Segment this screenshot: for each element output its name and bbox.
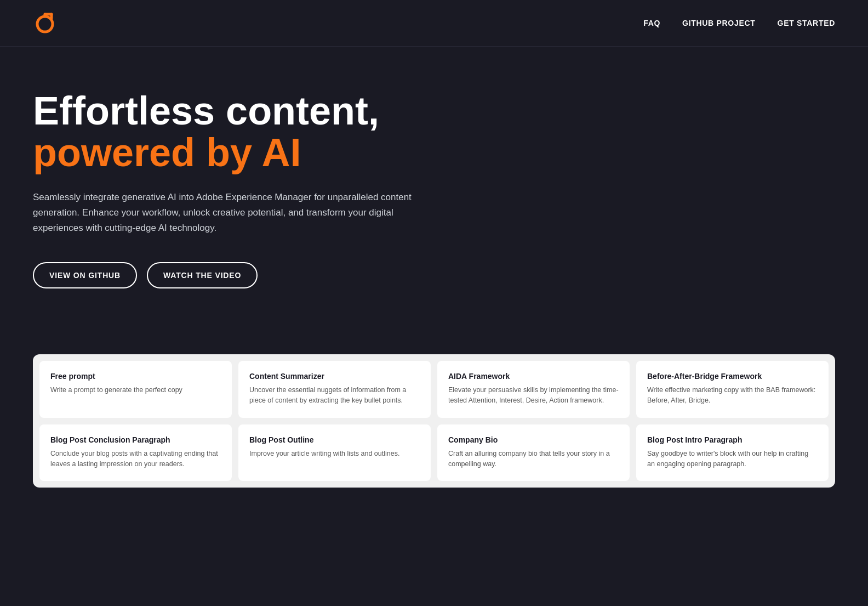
card-description: Write effective marketing copy with the … — [647, 385, 818, 406]
hero-title: Effortless content, powered by AI — [33, 90, 460, 173]
nav-get-started[interactable]: GET STARTED — [778, 19, 835, 27]
svg-point-0 — [37, 16, 53, 32]
cards-grid: Free promptWrite a prompt to generate th… — [33, 354, 835, 488]
nav-github-project[interactable]: GITHUB PROJECT — [682, 19, 755, 27]
watch-video-button[interactable]: WATCH THE VIDEO — [147, 262, 258, 288]
cards-section: Free promptWrite a prompt to generate th… — [0, 321, 868, 488]
card-title: Blog Post Intro Paragraph — [647, 435, 818, 444]
card-item[interactable]: Content SummarizerUncover the essential … — [238, 361, 431, 418]
card-description: Elevate your persuasive skills by implem… — [448, 385, 619, 406]
card-description: Uncover the essential nuggets of informa… — [249, 385, 420, 406]
card-item[interactable]: Blog Post Conclusion ParagraphConclude y… — [39, 424, 232, 482]
navbar: FAQ GITHUB PROJECT GET STARTED — [0, 0, 868, 47]
card-description: Write a prompt to generate the perfect c… — [50, 385, 221, 395]
card-title: Blog Post Outline — [249, 435, 420, 444]
card-title: Content Summarizer — [249, 372, 420, 381]
hero-title-line2: powered by AI — [33, 132, 460, 174]
card-title: AIDA Framework — [448, 372, 619, 381]
card-description: Conclude your blog posts with a captivat… — [50, 449, 221, 469]
logo[interactable] — [33, 10, 59, 36]
card-description: Craft an alluring company bio that tells… — [448, 449, 619, 469]
brand-logo-icon — [33, 10, 59, 36]
card-title: Blog Post Conclusion Paragraph — [50, 435, 221, 444]
card-description: Say goodbye to writer's block with our h… — [647, 449, 818, 469]
view-on-github-button[interactable]: VIEW ON GITHUB — [33, 262, 137, 288]
card-title: Company Bio — [448, 435, 619, 444]
hero-description: Seamlessly integrate generative AI into … — [33, 190, 438, 236]
hero-buttons: VIEW ON GITHUB WATCH THE VIDEO — [33, 262, 460, 288]
card-title: Before-After-Bridge Framework — [647, 372, 818, 381]
hero-title-line1: Effortless content, — [33, 90, 460, 132]
card-item[interactable]: Blog Post Intro ParagraphSay goodbye to … — [636, 424, 829, 482]
nav-links: FAQ GITHUB PROJECT GET STARTED — [643, 19, 835, 27]
card-description: Improve your article writing with lists … — [249, 449, 420, 459]
card-item[interactable]: Before-After-Bridge FrameworkWrite effec… — [636, 361, 829, 418]
nav-faq[interactable]: FAQ — [643, 19, 660, 27]
card-item[interactable]: Company BioCraft an alluring company bio… — [437, 424, 630, 482]
card-title: Free prompt — [50, 372, 221, 381]
card-item[interactable]: AIDA FrameworkElevate your persuasive sk… — [437, 361, 630, 418]
card-item[interactable]: Free promptWrite a prompt to generate th… — [39, 361, 232, 418]
hero-section: Effortless content, powered by AI Seamle… — [0, 47, 493, 321]
card-item[interactable]: Blog Post OutlineImprove your article wr… — [238, 424, 431, 482]
